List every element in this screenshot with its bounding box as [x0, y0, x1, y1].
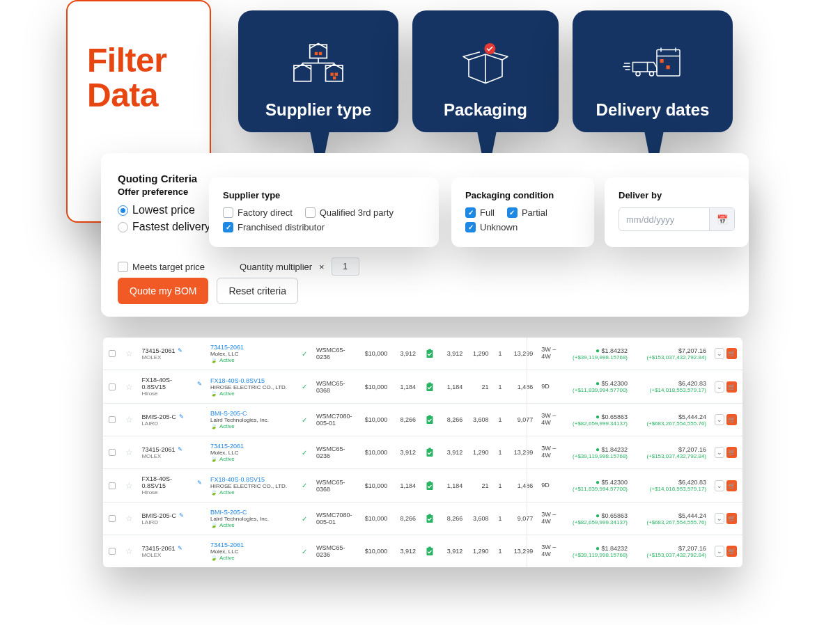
row-select-checkbox[interactable] — [103, 370, 121, 403]
offer-lowest-radio[interactable]: Lowest price — [118, 204, 222, 216]
meets-target-checkbox[interactable]: Meets target price — [118, 262, 205, 272]
expand-button[interactable]: ⌄ — [715, 414, 724, 425]
table-row: ☆ 73415-2061✎ MOLEX 73415-2061 Molex, LL… — [103, 535, 742, 567]
part-number[interactable]: BMIS-205-C — [141, 413, 176, 420]
manufacturer-cell: BMI-S-205-C Laird Technologies, Inc. Act… — [206, 404, 296, 436]
row-select-checkbox[interactable] — [103, 535, 121, 567]
warehouse-code: WSMC65-0236 — [312, 338, 357, 370]
packaging-condition-popout: Packaging condition Full Partial Unknown — [451, 177, 594, 247]
supplier-franchised-checkbox[interactable]: Franchised distributor — [223, 222, 325, 232]
row-favorite-button[interactable]: ☆ — [121, 535, 137, 567]
warehouse-icon — [287, 38, 350, 93]
row-select-checkbox[interactable] — [103, 469, 121, 502]
part-number[interactable]: FX18-40S-0.8SV15 — [141, 377, 194, 390]
row-favorite-button[interactable]: ☆ — [121, 370, 137, 403]
add-to-cart-button[interactable]: 🛒 — [726, 381, 737, 393]
part-number[interactable]: FX18-40S-0.8SV15 — [141, 475, 194, 489]
row-actions: ⌄ 🛒 — [710, 370, 742, 403]
target-price: $10,000 — [357, 338, 391, 370]
mfr-part-link[interactable]: 73415-2061 — [210, 541, 292, 548]
row-favorite-button[interactable]: ☆ — [121, 503, 137, 535]
packaging-partial-checkbox[interactable]: Partial — [507, 207, 547, 218]
expand-button[interactable]: ⌄ — [715, 546, 724, 557]
qty-input[interactable]: 1 — [332, 258, 359, 276]
expand-button[interactable]: ⌄ — [715, 480, 724, 491]
offer-fastest-radio[interactable]: Fastest delivery — [118, 221, 222, 233]
status-dot-icon: ● — [596, 445, 600, 453]
part-number[interactable]: 73415-2061 — [141, 545, 175, 552]
mult: 1 — [493, 436, 508, 468]
svg-rect-26 — [427, 350, 433, 358]
add-to-cart-button[interactable]: 🛒 — [726, 348, 737, 359]
add-to-cart-button[interactable]: 🛒 — [726, 480, 737, 491]
manufacturer-cell: 73415-2061 Molex, LLC Active — [206, 436, 296, 468]
part-number[interactable]: BMIS-205-C — [141, 512, 176, 519]
pencil-icon[interactable]: ✎ — [178, 545, 182, 551]
add-to-cart-button[interactable]: 🛒 — [726, 513, 737, 524]
checkbox-label: Unknown — [480, 222, 518, 232]
clipboard-icon[interactable] — [420, 404, 440, 436]
svg-rect-34 — [427, 482, 433, 490]
hero-card-label: Supplier type — [265, 100, 371, 120]
row-select-checkbox[interactable] — [103, 503, 121, 535]
add-to-cart-button[interactable]: 🛒 — [726, 447, 737, 458]
deliver-date-input[interactable]: mm/dd/yyyy 📅 — [619, 207, 735, 231]
unit-price: ● $1.84232 (+$39,119,998.15768) — [561, 338, 632, 370]
clipboard-icon[interactable] — [420, 370, 440, 403]
supplier-qualified-checkbox[interactable]: Qualified 3rd party — [305, 207, 394, 218]
packaging-full-checkbox[interactable]: Full — [465, 207, 495, 218]
mfr-part-link[interactable]: BMI-S-205-C — [210, 410, 292, 417]
clipboard-icon[interactable] — [420, 469, 440, 502]
row-select-checkbox[interactable] — [103, 338, 121, 370]
mfr-part-link[interactable]: 73415-2061 — [210, 344, 292, 351]
row-favorite-button[interactable]: ☆ — [121, 404, 137, 436]
star-icon: ☆ — [125, 382, 133, 392]
calendar-icon[interactable]: 📅 — [709, 208, 734, 230]
date-placeholder: mm/dd/yyyy — [619, 208, 709, 230]
moq: 21 — [467, 469, 492, 502]
pencil-icon[interactable]: ✎ — [179, 512, 184, 519]
offer-preference-group: Offer preference Lowest price Fastest de… — [118, 187, 222, 233]
brand-label: MOLEX — [141, 354, 202, 361]
add-to-cart-button[interactable]: 🛒 — [726, 546, 737, 557]
part-cell: 73415-2061✎ MOLEX — [137, 338, 206, 370]
quote-bom-button[interactable]: Quote my BOM — [118, 278, 208, 304]
part-number[interactable]: 73415-2061 — [141, 347, 175, 354]
packaging-unknown-checkbox[interactable]: Unknown — [465, 222, 518, 232]
row-select-checkbox[interactable] — [103, 436, 121, 468]
row-favorite-button[interactable]: ☆ — [121, 436, 137, 468]
expand-button[interactable]: ⌄ — [715, 447, 724, 458]
mfr-part-link[interactable]: 73415-2061 — [210, 443, 292, 450]
supplier-factory-checkbox[interactable]: Factory direct — [223, 207, 293, 218]
pencil-icon[interactable]: ✎ — [197, 480, 202, 486]
quantity: 8,266 — [391, 404, 420, 436]
part-number[interactable]: 73415-2061 — [141, 446, 175, 453]
clipboard-icon[interactable] — [420, 338, 440, 370]
expand-button[interactable]: ⌄ — [715, 381, 724, 393]
mfr-part-link[interactable]: FX18-40S-0.8SV15 — [210, 476, 292, 483]
reset-criteria-button[interactable]: Reset criteria — [217, 278, 297, 304]
row-select-checkbox[interactable] — [103, 404, 121, 436]
expand-button[interactable]: ⌄ — [715, 513, 724, 524]
radio-label: Fastest delivery — [132, 221, 210, 233]
mfr-part-link[interactable]: FX18-40S-0.8SV15 — [210, 377, 292, 384]
available: 1,486 — [508, 469, 538, 502]
pencil-icon[interactable]: ✎ — [178, 347, 182, 354]
add-to-cart-button[interactable]: 🛒 — [726, 414, 737, 425]
unit-price: ● $0.65863 (+$82,659,999.34137) — [561, 404, 632, 436]
pencil-icon[interactable]: ✎ — [197, 381, 202, 387]
pencil-icon[interactable]: ✎ — [178, 446, 182, 452]
extended-price: $5,444.24 (+$683,267,554,555.76) — [632, 503, 710, 535]
mfr-part-link[interactable]: BMI-S-205-C — [210, 509, 292, 516]
clipboard-icon[interactable] — [420, 503, 440, 535]
multiply-icon: × — [319, 262, 325, 272]
expand-button[interactable]: ⌄ — [715, 348, 724, 359]
results-table: ☆ 73415-2061✎ MOLEX 73415-2061 Molex, LL… — [103, 338, 742, 567]
checkbox-label: Qualified 3rd party — [320, 207, 394, 218]
row-favorite-button[interactable]: ☆ — [121, 338, 137, 370]
clipboard-icon[interactable] — [420, 535, 440, 567]
pencil-icon[interactable]: ✎ — [179, 413, 184, 420]
clipboard-icon[interactable] — [420, 436, 440, 468]
warehouse-code: WSMC7080-005-01 — [312, 404, 357, 436]
row-favorite-button[interactable]: ☆ — [121, 469, 137, 502]
